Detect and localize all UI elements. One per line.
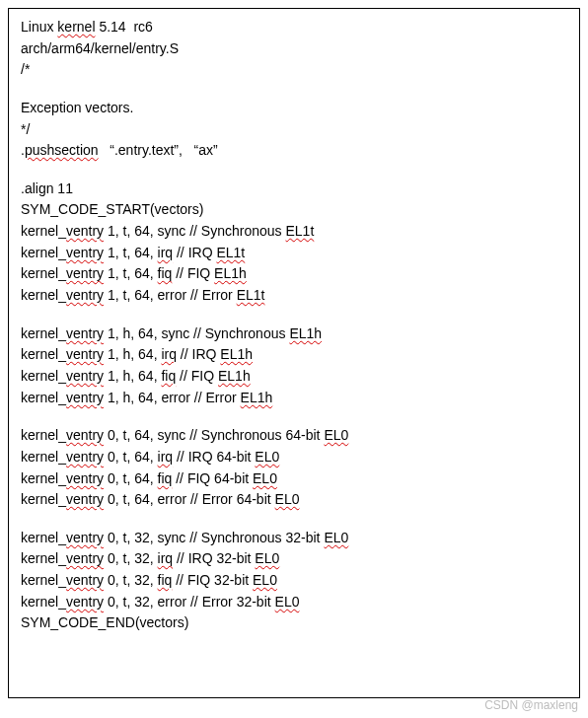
vector-line: kernel_ventry 0, t, 32, irq // IRQ 32-bi… [21,548,567,570]
blank-line [21,307,567,323]
vector-line: kernel_ventry 0, t, 32, sync // Synchron… [21,528,567,549]
line-sym-start: SYM_CODE_START(vectors) [21,199,567,221]
blank-line [21,162,567,179]
line-sym-end: SYM_CODE_END(vectors) [21,612,567,634]
vector-line: kernel_ventry 0, t, 32, error // Error 3… [21,592,567,613]
watermark: CSDN @maxleng [484,698,578,706]
vector-line: kernel_ventry 0, t, 64, fiq // FIQ 64-bi… [21,468,567,490]
vector-line: kernel_ventry 1, t, 64, fiq // FIQ EL1h [21,263,567,285]
line-comment-open: /* [21,59,567,81]
line-comment-body: Exception vectors. [21,98,567,119]
vector-line: kernel_ventry 0, t, 32, fiq // FIQ 32-bi… [21,570,567,592]
vector-line: kernel_ventry 1, t, 64, error // Error E… [21,285,567,307]
blank-line [21,511,567,528]
document-box: Linux kernel 5.14 rc6 arch/arm64/kernel/… [8,8,580,698]
vector-line: kernel_ventry 1, t, 64, irq // IRQ EL1t [21,243,567,264]
vector-line: kernel_ventry 1, h, 64, irq // IRQ EL1h [21,344,567,366]
line-title: Linux kernel 5.14 rc6 [21,17,567,38]
line-path: arch/arm64/kernel/entry.S [21,38,567,60]
line-comment-close: */ [21,119,567,141]
line-align: .align 11 [21,179,567,200]
vector-line: kernel_ventry 0, t, 64, error // Error 6… [21,489,567,511]
blank-line [21,408,567,425]
vector-line: kernel_ventry 1, h, 64, sync // Synchron… [21,323,567,345]
vector-line: kernel_ventry 0, t, 64, sync // Synchron… [21,425,567,447]
blank-line [21,81,567,98]
vector-line: kernel_ventry 0, t, 64, irq // IRQ 64-bi… [21,447,567,468]
line-pushsection: .pushsection “.entry.text”, “ax” [21,140,567,162]
vector-line: kernel_ventry 1, t, 64, sync // Synchron… [21,221,567,243]
vector-line: kernel_ventry 1, h, 64, fiq // FIQ EL1h [21,366,567,388]
vector-line: kernel_ventry 1, h, 64, error // Error E… [21,388,567,409]
